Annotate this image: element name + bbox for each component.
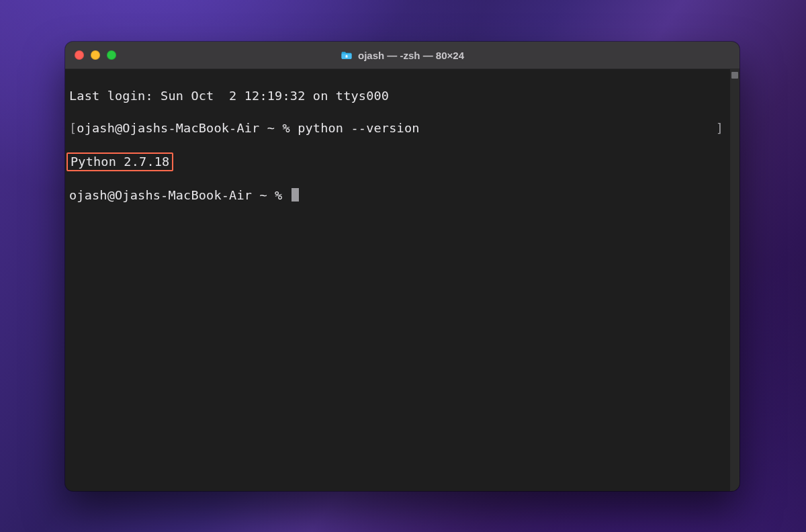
maximize-button[interactable] xyxy=(107,50,116,60)
terminal-cursor xyxy=(292,188,299,202)
bracket-close: ] xyxy=(716,120,723,136)
window-title: ojash — -zsh — 80×24 xyxy=(65,49,740,61)
prompt-1: ojash@Ojashs-MacBook-Air ~ % xyxy=(77,121,298,135)
minimize-button[interactable] xyxy=(91,50,100,60)
command-1: python --version xyxy=(298,121,419,135)
terminal-window: ojash — -zsh — 80×24 Last login: Sun Oct… xyxy=(65,42,740,491)
terminal-scrollbar[interactable] xyxy=(730,69,740,491)
output-line: Python 2.7.18 xyxy=(69,152,727,171)
title-bar[interactable]: ojash — -zsh — 80×24 xyxy=(65,42,740,69)
close-button[interactable] xyxy=(75,50,84,60)
prompt-2: ojash@Ojashs-MacBook-Air ~ % xyxy=(69,188,290,202)
traffic-lights xyxy=(75,50,116,60)
desktop-background: ojash — -zsh — 80×24 Last login: Sun Oct… xyxy=(0,0,806,532)
python-version-output: Python 2.7.18 xyxy=(66,152,173,171)
prompt-line-1: [ojash@Ojashs-MacBook-Air ~ % python --v… xyxy=(69,120,727,136)
bracket-open: [ xyxy=(69,121,77,135)
window-title-text: ojash — -zsh — 80×24 xyxy=(358,50,464,61)
prompt-line-2: ojash@Ojashs-MacBook-Air ~ % xyxy=(69,187,727,204)
last-login-line: Last login: Sun Oct 2 12:19:32 on ttys00… xyxy=(69,88,727,104)
terminal-content[interactable]: Last login: Sun Oct 2 12:19:32 on ttys00… xyxy=(65,69,730,491)
home-folder-icon xyxy=(341,49,353,61)
